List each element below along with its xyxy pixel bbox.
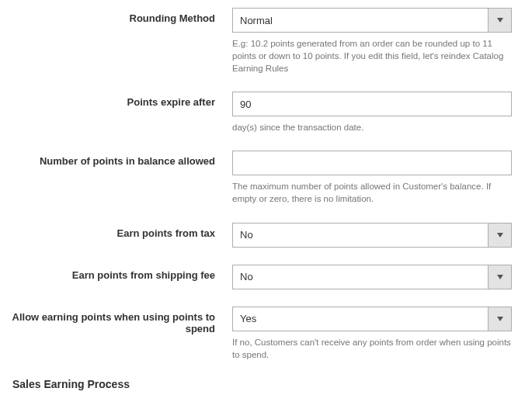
chevron-down-icon [488, 223, 511, 247]
earn-shipping-control: No [232, 265, 512, 289]
earn-shipping-value: No [233, 271, 488, 282]
field-earn-tax: Earn points from tax No [11, 223, 521, 248]
points-expire-note: day(s) since the transaction date. [232, 121, 512, 133]
rounding-method-note: E.g: 10.2 points generated from an order… [232, 37, 512, 74]
earn-tax-control: No [232, 223, 512, 248]
earn-shipping-select[interactable]: No [232, 265, 512, 289]
earn-shipping-label: Earn points from shipping fee [11, 265, 232, 281]
earn-when-spending-control: Yes If no, Customers can't receive any p… [232, 307, 512, 361]
earn-tax-select[interactable]: No [232, 223, 512, 248]
earn-when-spending-note: If no, Customers can't receive any point… [232, 336, 512, 361]
field-points-expire: Points expire after day(s) since the tra… [11, 92, 521, 133]
points-expire-input[interactable] [232, 92, 512, 116]
earn-tax-value: No [233, 229, 488, 241]
points-expire-label: Points expire after [11, 92, 232, 108]
chevron-down-icon [488, 265, 511, 289]
field-balance-allowed: Number of points in balance allowed The … [11, 151, 521, 205]
rounding-method-control: Normal E.g: 10.2 points generated from a… [232, 8, 512, 74]
chevron-down-icon [488, 9, 511, 32]
section-sales-earning-process: Sales Earning Process [11, 378, 521, 395]
rounding-method-select[interactable]: Normal [232, 8, 512, 33]
earn-when-spending-label: Allow earning points when using points t… [11, 307, 232, 334]
earn-when-spending-select[interactable]: Yes [232, 307, 512, 331]
field-rounding-method: Rounding Method Normal E.g: 10.2 points … [11, 8, 521, 74]
field-earn-shipping: Earn points from shipping fee No [11, 265, 521, 289]
rounding-method-value: Normal [233, 15, 488, 26]
field-earn-when-spending: Allow earning points when using points t… [11, 307, 521, 361]
balance-allowed-control: The maximum number of points allowed in … [232, 151, 512, 205]
earn-tax-label: Earn points from tax [11, 223, 232, 239]
rounding-method-label: Rounding Method [11, 8, 232, 24]
balance-allowed-label: Number of points in balance allowed [11, 151, 232, 167]
points-expire-control: day(s) since the transaction date. [232, 92, 512, 133]
balance-allowed-input[interactable] [232, 151, 512, 175]
chevron-down-icon [488, 307, 511, 331]
earn-when-spending-value: Yes [233, 313, 488, 324]
balance-allowed-note: The maximum number of points allowed in … [232, 180, 512, 205]
